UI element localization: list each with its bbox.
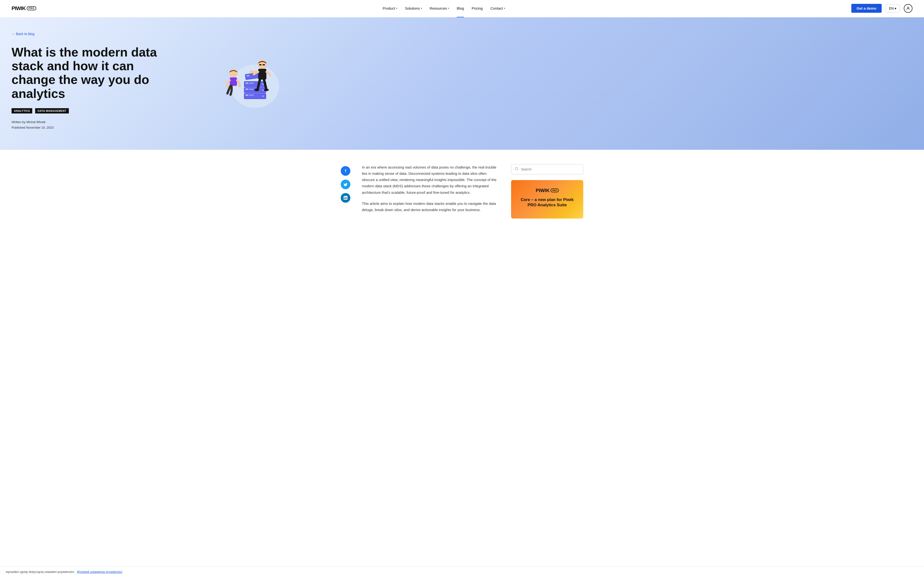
chevron-down-icon: ▾ — [421, 7, 422, 10]
chevron-down-icon: ▾ — [448, 7, 449, 10]
linkedin-icon — [344, 196, 347, 200]
linkedin-share-button[interactable] — [341, 193, 351, 203]
chevron-down-icon: ▾ — [504, 7, 505, 10]
svg-point-9 — [262, 89, 264, 91]
hero-illustration — [191, 45, 300, 113]
twitter-icon — [344, 183, 347, 186]
main-area: f In an era where accessing vast volumes… — [329, 150, 595, 233]
nav-links: Product ▾ Solutions ▾ Resources ▾ Blog P… — [383, 5, 505, 11]
hero-section: ← Back to blog What is the modern data s… — [0, 17, 924, 150]
promo-logo: PIWIK PRO — [517, 188, 577, 193]
chevron-down-icon: ▾ — [895, 6, 897, 10]
nav-right: Get a demo EN ▾ — [851, 4, 913, 13]
nav-product[interactable]: Product ▾ — [383, 5, 397, 11]
svg-point-25 — [264, 89, 269, 91]
search-input[interactable] — [521, 167, 580, 171]
user-icon — [906, 6, 910, 11]
svg-point-0 — [908, 7, 909, 8]
back-to-blog-link[interactable]: ← Back to blog — [11, 32, 34, 36]
hero-content: What is the modern data stack and how it… — [11, 45, 300, 131]
svg-point-18 — [226, 85, 229, 88]
author-line: Written by Michal Wlosik — [11, 119, 170, 125]
svg-point-19 — [238, 84, 241, 87]
promo-logo-text: PIWIK — [536, 188, 549, 193]
promo-logo-badge: PRO — [551, 189, 559, 192]
promo-title: Core – a new plan for Piwik PRO Analytic… — [517, 197, 577, 208]
account-button[interactable] — [904, 4, 913, 13]
svg-point-24 — [254, 89, 259, 91]
svg-point-13 — [262, 84, 264, 85]
article-meta: Written by Michal Wlosik Published Novem… — [11, 119, 170, 131]
svg-rect-7 — [246, 89, 248, 90]
svg-rect-4 — [249, 95, 254, 96]
svg-rect-21 — [259, 64, 262, 65]
svg-rect-22 — [263, 64, 265, 65]
nav-blog[interactable]: Blog — [457, 5, 464, 11]
tag-data-management[interactable]: DATA MANAGEMENT — [35, 108, 69, 113]
nav-contact[interactable]: Contact ▾ — [490, 5, 505, 11]
date-line: Published November 10, 2023 — [11, 125, 170, 130]
nav-resources[interactable]: Resources ▾ — [430, 5, 449, 11]
language-selector[interactable]: EN ▾ — [885, 4, 900, 13]
tag-analytics[interactable]: ANALYTICS — [11, 108, 32, 113]
article-title: What is the modern data stack and how it… — [11, 45, 170, 100]
chevron-down-icon: ▾ — [396, 7, 397, 10]
twitter-share-button[interactable] — [341, 180, 351, 189]
svg-rect-23 — [258, 69, 267, 80]
logo[interactable]: PIWIK PRO — [11, 5, 36, 11]
illustration-svg — [207, 45, 284, 113]
svg-rect-3 — [246, 95, 248, 96]
article-body: In an era where accessing vast volumes o… — [362, 164, 499, 219]
navigation: PIWIK PRO Product ▾ Solutions ▾ Resource… — [0, 0, 924, 17]
search-icon — [515, 167, 519, 172]
sidebar-right: PIWIK PRO Core – a new plan for Piwik PR… — [511, 164, 583, 219]
nav-solutions[interactable]: Solutions ▾ — [405, 5, 422, 11]
svg-point-20 — [258, 60, 267, 69]
article-paragraph-2: This article aims to explain how modern … — [362, 200, 499, 213]
promo-card: PIWIK PRO Core – a new plan for Piwik PR… — [511, 180, 583, 219]
nav-pricing[interactable]: Pricing — [472, 5, 483, 11]
svg-point-27 — [515, 167, 518, 170]
svg-rect-8 — [249, 89, 254, 90]
logo-badge: PRO — [27, 6, 37, 10]
tag-list: ANALYTICS DATA MANAGEMENT — [11, 108, 170, 113]
svg-rect-11 — [246, 82, 248, 84]
hero-text: What is the modern data stack and how it… — [11, 45, 170, 131]
article-paragraph-1: In an era where accessing vast volumes o… — [362, 164, 499, 196]
facebook-share-button[interactable]: f — [341, 166, 351, 176]
logo-text: PIWIK — [11, 5, 26, 11]
svg-point-26 — [250, 70, 253, 74]
svg-point-5 — [262, 95, 264, 97]
social-sidebar: f — [341, 164, 351, 219]
search-box — [511, 164, 583, 174]
svg-rect-12 — [249, 82, 254, 84]
demo-button[interactable]: Get a demo — [851, 4, 882, 13]
svg-point-16 — [229, 69, 238, 77]
svg-rect-17 — [230, 77, 237, 86]
